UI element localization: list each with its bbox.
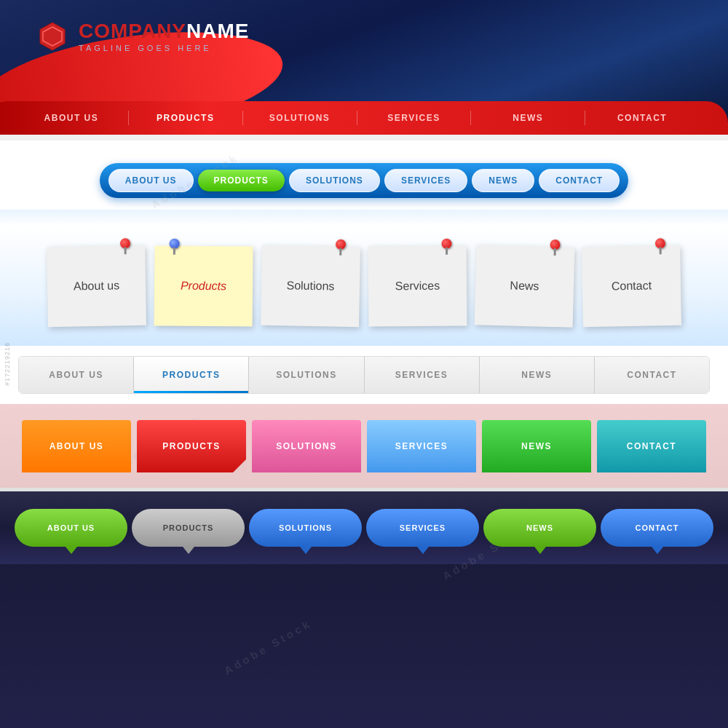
pin-contact [655,238,665,248]
nav6-bottom [0,564,728,728]
nav1-header: COMPANYNAME TAGLINE GOES HERE ABOUT US P… [0,0,728,135]
nav4-bar: ABOUT US PRODUCTS SOLUTIONS SERVICES NEW… [18,356,710,394]
nav2-item-solutions[interactable]: SOLUTIONS [289,169,380,192]
nav5-item-products[interactable]: PRODUCTS [137,420,246,472]
nav6-item-news[interactable]: NEWS [483,509,596,547]
nav3-note-products[interactable]: Products [154,245,253,326]
nav1-item-news[interactable]: NEWS [471,113,585,123]
nav4-item-solutions[interactable]: SOLUTIONS [249,357,364,393]
nav6-item-products[interactable]: PRODUCTS [132,509,245,547]
stock-id: #172219216 [4,342,11,386]
nav2-item-contact[interactable]: CONTACT [539,169,620,192]
nav1-item-products[interactable]: PRODUCTS [129,113,242,123]
nav5-section: ABOUT US PRODUCTS SOLUTIONS SERVICES NEW… [0,404,728,488]
nav6-item-solutions[interactable]: SOLUTIONS [249,509,362,547]
nav2-reflection [0,210,728,226]
nav3-label-solutions: Solutions [286,279,334,293]
nav6-item-aboutus[interactable]: ABOUT US [15,509,127,547]
company-name-part1: COMPANY [79,20,186,42]
pin-solutions [336,239,346,249]
nav2-item-aboutus[interactable]: ABOUT US [108,169,194,192]
nav3-label-services: Services [395,279,440,293]
nav5-item-contact[interactable]: CONTACT [597,420,706,472]
nav4-item-contact[interactable]: CONTACT [595,357,709,393]
nav6-item-services[interactable]: SERVICES [366,509,479,547]
nav3-label-aboutus: About us [74,279,119,293]
nav5-item-aboutus[interactable]: ABOUT US [22,420,131,472]
company-name: COMPANYNAME [79,21,250,41]
nav2-item-services[interactable]: SERVICES [384,169,467,192]
nav6-item-contact[interactable]: CONTACT [601,509,713,547]
nav5-item-services[interactable]: SERVICES [367,420,476,472]
nav6-section: ABOUT US PRODUCTS SOLUTIONS SERVICES NEW… [0,491,728,564]
company-tagline: TAGLINE GOES HERE [79,44,250,52]
nav1-item-aboutus[interactable]: ABOUT US [15,113,128,123]
nav5-item-news[interactable]: NEWS [482,420,591,472]
nav1-bar: ABOUT US PRODUCTS SOLUTIONS SERVICES NEW… [0,101,728,135]
pin-news [550,239,560,249]
nav3-note-contact[interactable]: Contact [582,245,681,326]
nav2-item-news[interactable]: NEWS [472,169,534,192]
divider1 [0,135,728,141]
nav3-label-products: Products [181,279,226,293]
logo-text: COMPANYNAME TAGLINE GOES HERE [79,21,250,52]
logo-hex-icon [36,20,68,52]
page-container: #172219216 Adobe Stock Adobe Stock Adobe… [0,0,728,728]
nav4-item-news[interactable]: NEWS [480,357,595,393]
nav3-note-solutions[interactable]: Solutions [261,245,360,326]
nav2-section: ABOUT US PRODUCTS SOLUTIONS SERVICES NEW… [0,141,728,213]
nav3-note-services[interactable]: Services [368,245,467,326]
nav2-item-products[interactable]: PRODUCTS [198,170,285,191]
nav4-item-products[interactable]: PRODUCTS [134,357,249,393]
nav1-item-solutions[interactable]: SOLUTIONS [243,113,357,123]
nav4-section: ABOUT US PRODUCTS SOLUTIONS SERVICES NEW… [0,346,728,404]
nav3-label-news: News [510,279,539,293]
pin-products [169,238,179,248]
nav3-section: About us Products Solutions Services New… [0,226,728,346]
pin-services [441,238,451,248]
nav1-logo: COMPANYNAME TAGLINE GOES HERE [36,20,250,52]
company-name-part2: NAME [186,20,249,42]
nav1-item-services[interactable]: SERVICES [357,113,471,123]
nav5-item-solutions[interactable]: SOLUTIONS [252,420,361,472]
nav3-note-aboutus[interactable]: About us [47,245,146,326]
nav4-item-services[interactable]: SERVICES [365,357,480,393]
nav3-note-news[interactable]: News [475,245,575,327]
nav2-bar: ABOUT US PRODUCTS SOLUTIONS SERVICES NEW… [100,163,628,198]
pin-aboutus [120,238,130,248]
nav1-item-contact[interactable]: CONTACT [585,113,699,123]
nav3-label-contact: Contact [612,279,652,293]
nav4-item-aboutus[interactable]: ABOUT US [19,357,134,393]
